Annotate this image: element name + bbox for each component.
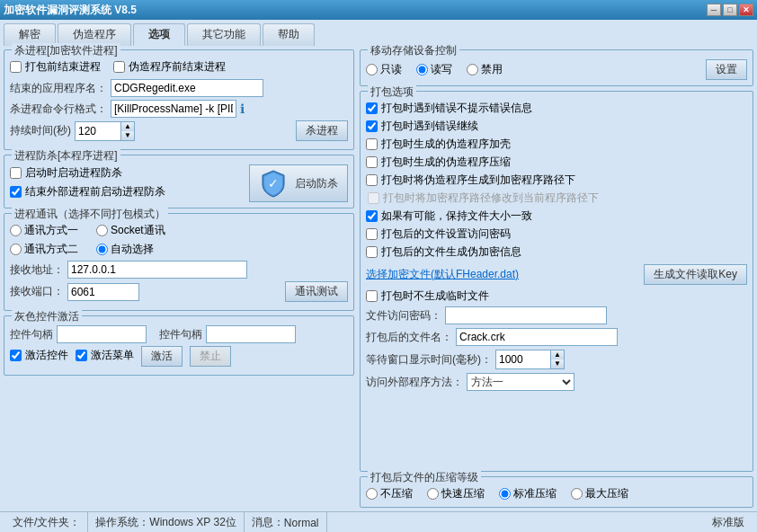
hwnd-input[interactable] [57, 325, 147, 343]
pack-cb9[interactable] [366, 290, 378, 302]
cb-end-protect[interactable] [10, 186, 22, 198]
tab-help[interactable]: 帮助 [263, 23, 315, 46]
radio-readonly[interactable] [366, 64, 378, 75]
radio-comm1[interactable] [10, 225, 22, 236]
select-encrypt-link[interactable]: 选择加密文件(默认FHeader.dat) [366, 267, 519, 282]
menu-input[interactable] [206, 325, 296, 343]
cb-close-before-row: 打包前结束进程 [10, 59, 101, 75]
pack-cb4[interactable] [366, 156, 378, 168]
kill-process-group: 杀进程[加密软件进程] 打包前结束进程 伪造程序前结束进程 结束的应用程序名： [4, 49, 354, 150]
app-name-label: 结束的应用程序名： [10, 81, 107, 96]
radio-comm3[interactable] [96, 225, 108, 236]
radio-max-compress-item: 最大压缩 [571, 486, 628, 501]
status-bar: 文件/文件夹： 操作系统： Windows XP 32位 消息： Normal … [0, 511, 757, 532]
tab-other[interactable]: 其它功能 [187, 23, 261, 46]
help-icon[interactable]: ℹ [240, 102, 245, 116]
gray-control-title: 灰色控件激活 [12, 309, 82, 324]
os-status-value: Windows XP 32位 [149, 515, 236, 530]
wait-spinner-down[interactable]: ▼ [551, 359, 564, 368]
close-button[interactable]: ✕ [739, 4, 753, 16]
pack-cb2[interactable] [366, 120, 378, 132]
output-name-input[interactable] [456, 328, 618, 346]
radio-readwrite[interactable] [416, 64, 428, 75]
radio-disable[interactable] [467, 64, 478, 75]
pack-cb3[interactable] [366, 138, 378, 150]
cb-startup[interactable] [10, 167, 22, 179]
cb-startup-label: 启动时启动进程防杀 [25, 165, 122, 181]
window-controls: ─ □ ✕ [707, 4, 753, 16]
addr-label: 接收地址： [10, 262, 64, 278]
cb-menu[interactable] [76, 350, 87, 361]
radio-comm3-item: Socket通讯 [96, 223, 165, 238]
gen-key-button[interactable]: 生成文件读取Key [644, 264, 747, 285]
pack-cb5-label: 打包时将伪造程序生成到加密程序路径下 [381, 173, 575, 188]
removable-title: 移动存储设备控制 [368, 43, 459, 58]
cb-startup-row: 启动时启动进程防杀 [10, 165, 231, 181]
port-input[interactable] [67, 283, 139, 301]
radio-comm4[interactable] [96, 244, 108, 255]
cmd-input[interactable] [111, 100, 236, 118]
comm-group: 进程通讯（选择不同打包模式） 通讯方式一 通讯方式二 [4, 213, 354, 311]
msg-status-label: 消息： [252, 515, 284, 530]
radio-std-compress-label: 标准压缩 [513, 486, 557, 501]
maximize-button[interactable]: □ [723, 4, 737, 16]
pack-cb6[interactable] [366, 210, 378, 222]
cb-activate-label: 激活控件 [25, 348, 68, 363]
radio-std-compress[interactable] [499, 488, 511, 500]
storage-settings-button[interactable]: 设置 [706, 59, 747, 80]
radio-disable-label: 禁用 [481, 62, 503, 77]
cb-activate[interactable] [10, 350, 22, 361]
start-protect-button[interactable]: ✓ 启动防杀 [249, 164, 348, 202]
radio-no-compress[interactable] [366, 488, 378, 500]
tab-options[interactable]: 选项 [133, 23, 185, 46]
radio-comm2[interactable] [10, 244, 22, 255]
tab-bar: 解密 伪造程序 选项 其它功能 帮助 [0, 20, 757, 46]
kill-process-button[interactable]: 杀进程 [296, 120, 348, 141]
app-name-input[interactable] [111, 79, 263, 97]
removable-group: 移动存储设备控制 只读 读写 禁用 设置 [360, 49, 753, 86]
pack-options-title: 打包选项 [368, 84, 416, 100]
spinner-up[interactable]: ▲ [121, 122, 134, 131]
pack-cb5[interactable] [366, 174, 378, 186]
ext-method-label: 访问外部程序方法： [366, 375, 463, 390]
cb-close-before-label: 打包前结束进程 [25, 59, 101, 75]
pack-cb7-label: 打包后的文件设置访问密码 [381, 226, 511, 242]
pack-cb7[interactable] [366, 228, 378, 240]
wait-spinner-up[interactable]: ▲ [551, 350, 564, 359]
compress-group: 打包后文件的压缩等级 不压缩 快速压缩 标准压缩 [360, 476, 753, 508]
pack-cb1[interactable] [366, 102, 378, 114]
compress-title: 打包后文件的压缩等级 [368, 470, 481, 485]
svg-text:✓: ✓ [268, 176, 279, 191]
cb-fake-close-row: 伪造程序前结束进程 [113, 59, 226, 75]
pack-cb5-disabled-label: 打包时将加密程序路径修改到当前程序路径下 [383, 191, 599, 206]
radio-fast-compress[interactable] [427, 488, 439, 500]
main-content: 杀进程[加密软件进程] 打包前结束进程 伪造程序前结束进程 结束的应用程序名： [0, 46, 757, 511]
activate-button[interactable]: 激活 [141, 346, 183, 367]
wait-input[interactable] [496, 350, 550, 368]
comm-title: 进程通讯（选择不同打包模式） [12, 207, 168, 222]
radio-fast-compress-label: 快速压缩 [441, 486, 485, 501]
wait-spinner-buttons: ▲ ▼ [550, 350, 564, 368]
disable-button[interactable]: 禁止 [190, 346, 231, 367]
shield-icon: ✓ [259, 169, 288, 198]
ext-method-select[interactable]: 方法一 方法二 方法三 [467, 373, 574, 391]
wait-spinner: ▲ ▼ [495, 350, 565, 369]
file-pwd-input[interactable] [445, 306, 607, 324]
pack-cb8[interactable] [366, 246, 378, 258]
file-status: 文件/文件夹： [5, 512, 88, 532]
start-protect-label: 启动防杀 [295, 176, 338, 191]
app-title: 加密软件漏洞评测系统 V8.5 [4, 3, 137, 18]
comm-test-button[interactable]: 通讯测试 [285, 281, 348, 302]
radio-max-compress[interactable] [571, 488, 583, 500]
pack-cb2-label: 打包时遇到错误继续 [381, 119, 478, 134]
radio-readonly-label: 只读 [380, 62, 402, 77]
os-status: 操作系统： Windows XP 32位 [88, 512, 245, 532]
spinner-down[interactable]: ▼ [121, 131, 134, 140]
addr-input[interactable] [67, 261, 247, 279]
radio-readwrite-item: 读写 [416, 62, 452, 77]
duration-input[interactable] [76, 122, 120, 140]
cb-close-before[interactable] [10, 61, 22, 73]
cb-fake-close[interactable] [113, 61, 125, 73]
minimize-button[interactable]: ─ [707, 4, 721, 16]
duration-label: 持续时间(秒) [10, 123, 71, 138]
